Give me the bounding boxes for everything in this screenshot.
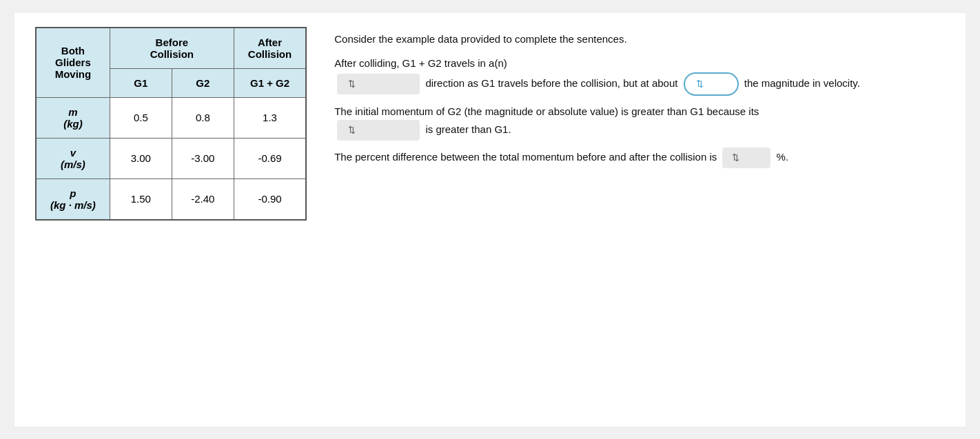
momentum-label: p(kg · m/s) — [36, 178, 110, 220]
sentence1-a: After colliding, G1 + G2 travels in a(n) — [334, 57, 507, 69]
main-container: BothGlidersMoving BeforeCollision AfterC… — [14, 13, 966, 427]
after-collision-header: AfterCollision — [234, 28, 306, 69]
dropdown-momentum-property[interactable]: ⇅ — [337, 120, 420, 141]
dropdown-percent[interactable]: ⇅ — [722, 147, 770, 168]
sentence1-b: direction as G1 travels before the colli… — [425, 77, 677, 89]
dropdown-magnitude[interactable]: ⇅ — [684, 72, 739, 96]
mass-label: m(kg) — [36, 97, 110, 138]
sentence2-a: The initial momentum of G2 (the magnitud… — [334, 105, 759, 117]
chevron-down2-icon: ⇅ — [348, 123, 356, 138]
sentence1: After colliding, G1 + G2 travels in a(n)… — [334, 54, 945, 96]
chevron-down3-icon: ⇅ — [732, 150, 739, 165]
vel-g2: -3.00 — [172, 138, 234, 178]
before-collision-header: BeforeCollision — [110, 28, 234, 69]
mom-g1g2: -0.90 — [234, 178, 306, 220]
vel-g1: 3.00 — [110, 138, 172, 178]
g1g2-header: G1 + G2 — [234, 68, 306, 97]
sentence2: The initial momentum of G2 (the magnitud… — [334, 103, 945, 141]
mass-g2: 0.8 — [172, 97, 234, 138]
g2-header: G2 — [172, 68, 234, 97]
chevron-down-icon: ⇅ — [348, 76, 356, 92]
velocity-label: v(m/s) — [36, 138, 110, 178]
sentence3-b: %. — [777, 151, 789, 163]
vel-g1g2: -0.69 — [234, 138, 306, 178]
mom-g2: -2.40 — [172, 178, 234, 220]
dropdown-direction[interactable]: ⇅ — [337, 74, 420, 94]
data-table-section: BothGlidersMoving BeforeCollision AfterC… — [35, 27, 307, 221]
g1-header: G1 — [110, 68, 172, 97]
mass-g1: 0.5 — [110, 97, 172, 138]
sentence3-a: The percent difference between the total… — [334, 151, 717, 163]
intro-text: Consider the example data provided to co… — [334, 30, 945, 48]
mom-g1: 1.50 — [110, 178, 172, 220]
chevron-down-blue-icon: ⇅ — [696, 76, 704, 92]
sentence3: The percent difference between the total… — [334, 147, 945, 168]
mass-g1g2: 1.3 — [234, 97, 306, 138]
explanation-section: Consider the example data provided to co… — [334, 27, 945, 176]
sentence2-b: is greater than G1. — [425, 123, 511, 135]
sentence1-c: the magnitude in velocity. — [744, 77, 860, 89]
collision-table: BothGlidersMoving BeforeCollision AfterC… — [35, 27, 307, 221]
both-gliders-header: BothGlidersMoving — [36, 28, 110, 98]
